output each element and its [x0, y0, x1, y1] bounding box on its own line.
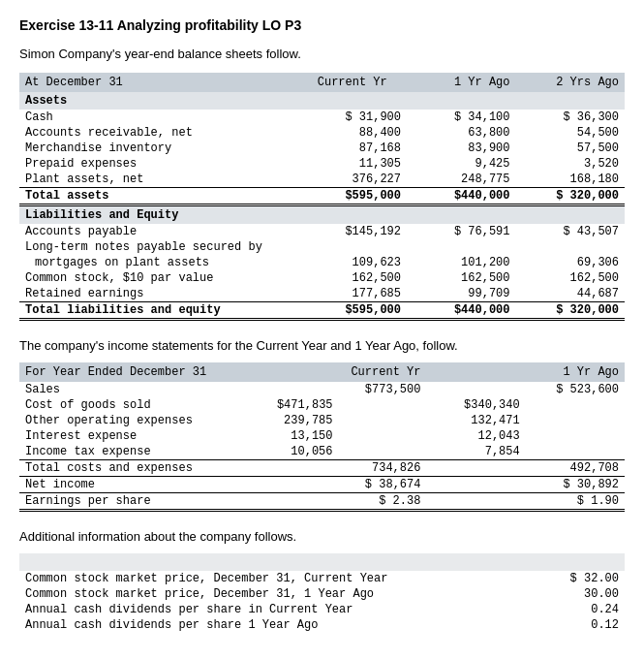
is-row-label: Earnings per share: [19, 493, 251, 511]
bs-row-cur: $ 31,900: [298, 110, 408, 125]
bs-row-label: Long-term notes payable secured by: [19, 239, 298, 255]
bs-row-1yr: 63,800: [407, 125, 516, 141]
bs-row-label: Cash: [19, 110, 298, 125]
bs-row-2yr: 57,500: [516, 141, 626, 156]
bs-row-cur: 87,168: [298, 141, 408, 156]
is-row-label: Income tax expense: [19, 444, 251, 460]
bs-row-1yr: [407, 239, 516, 255]
bs-col-label: At December 31: [19, 73, 298, 92]
bs-row-label: Common stock, $10 par value: [19, 270, 298, 286]
ai-row-label: Common stock market price, December 31, …: [19, 571, 501, 586]
is-row-indent-1yr: [426, 477, 525, 493]
bs-row-label: Total liabilities and equity: [19, 302, 298, 320]
ai-row-label: Common stock market price, December 31, …: [19, 586, 501, 602]
bs-row-label: Prepaid expenses: [19, 156, 298, 172]
bs-row-2yr: $ 320,000: [516, 302, 626, 320]
is-row-cur: [339, 444, 427, 460]
bs-col-1yr-header: 1 Yr Ago: [407, 73, 516, 92]
bs-row-label: Retained earnings: [19, 286, 298, 302]
bs-row-1yr: 9,425: [407, 156, 516, 172]
bs-row-2yr: 3,520: [516, 156, 626, 172]
is-row-1yr: $ 1.90: [526, 493, 625, 511]
bs-row-1yr: $440,000: [407, 188, 516, 205]
bs-col-cur-header: Current Yr: [298, 73, 408, 92]
bs-section-header: Assets: [19, 92, 625, 110]
bs-row-label: Accounts payable: [19, 224, 298, 239]
ai-row-value: 0.12: [501, 617, 625, 633]
is-row-indent-cur: [251, 460, 339, 477]
bs-row-label: Accounts receivable, net: [19, 125, 298, 141]
is-row-indent-cur: [251, 477, 339, 493]
is-row-indent-cur: $471,835: [251, 397, 339, 413]
bs-row-label: mortgages on plant assets: [19, 255, 298, 270]
bs-row-2yr: 168,180: [516, 172, 626, 188]
income-note: The company's income statements for the …: [19, 338, 625, 353]
is-col-label: For Year Ended December 31: [19, 362, 251, 382]
is-row-indent-1yr: [426, 460, 525, 477]
bs-row-cur: 11,305: [298, 156, 408, 172]
bs-row-2yr: $ 43,507: [516, 224, 626, 239]
ai-row-value: $ 32.00: [501, 571, 625, 586]
is-row-1yr: [526, 428, 625, 444]
is-col-1yr: 1 Yr Ago: [526, 362, 625, 382]
bs-row-cur: $145,192: [298, 224, 408, 239]
intro-text: Simon Company's year-end balance sheets …: [19, 47, 625, 61]
is-row-indent-cur: 10,056: [251, 444, 339, 460]
ai-row-value: 0.24: [501, 602, 625, 617]
income-statement-table: For Year Ended December 31 Current Yr 1 …: [19, 362, 625, 512]
is-row-indent-1yr: 12,043: [426, 428, 525, 444]
bs-row-2yr: 162,500: [516, 270, 626, 286]
is-row-indent-cur: [251, 382, 339, 397]
is-col-1yr-indent: [426, 362, 525, 382]
bs-row-label: Plant assets, net: [19, 172, 298, 188]
is-row-label: Other operating expenses: [19, 413, 251, 428]
is-row-indent-cur: [251, 493, 339, 511]
is-row-indent-1yr: 7,854: [426, 444, 525, 460]
bs-row-1yr: $440,000: [407, 302, 516, 320]
bs-row-1yr: 101,200: [407, 255, 516, 270]
is-row-label: Sales: [19, 382, 251, 397]
is-row-indent-1yr: 132,471: [426, 413, 525, 428]
bs-col-2yr-header: 2 Yrs Ago: [516, 73, 626, 92]
bs-row-label: Total assets: [19, 188, 298, 205]
bs-row-2yr: 44,687: [516, 286, 626, 302]
bs-row-cur: $595,000: [298, 188, 408, 205]
bs-row-cur: 162,500: [298, 270, 408, 286]
bs-row-cur: 109,623: [298, 255, 408, 270]
is-row-label: Net income: [19, 477, 251, 493]
bs-row-cur: 376,227: [298, 172, 408, 188]
bs-row-2yr: 69,306: [516, 255, 626, 270]
bs-row-1yr: $ 34,100: [407, 110, 516, 125]
bs-row-cur: 177,685: [298, 286, 408, 302]
ai-row-label: Annual cash dividends per share in Curre…: [19, 602, 501, 617]
is-row-indent-cur: 13,150: [251, 428, 339, 444]
bs-row-2yr: $ 320,000: [516, 188, 626, 205]
bs-row-label: Merchandise inventory: [19, 141, 298, 156]
is-row-1yr: [526, 397, 625, 413]
is-row-indent-cur: 239,785: [251, 413, 339, 428]
bs-row-1yr: 99,709: [407, 286, 516, 302]
is-col-cur-indent: [251, 362, 339, 382]
ai-header: [19, 553, 625, 571]
ai-row-value: 30.00: [501, 586, 625, 602]
is-row-cur: $773,500: [339, 382, 427, 397]
is-row-1yr: [526, 413, 625, 428]
is-row-label: Total costs and expenses: [19, 460, 251, 477]
is-row-1yr: 492,708: [526, 460, 625, 477]
is-row-1yr: [526, 444, 625, 460]
is-row-label: Cost of goods sold: [19, 397, 251, 413]
is-row-1yr: $ 523,600: [526, 382, 625, 397]
is-row-1yr: $ 30,892: [526, 477, 625, 493]
page-title: Exercise 13-11 Analyzing profitability L…: [19, 17, 625, 33]
is-row-cur: $ 2.38: [339, 493, 427, 511]
is-row-cur: [339, 413, 427, 428]
bs-row-2yr: 54,500: [516, 125, 626, 141]
bs-row-cur: [298, 239, 408, 255]
bs-row-1yr: 162,500: [407, 270, 516, 286]
is-row-cur: $ 38,674: [339, 477, 427, 493]
bs-row-1yr: $ 76,591: [407, 224, 516, 239]
additional-info-table: Common stock market price, December 31, …: [19, 553, 625, 633]
bs-row-2yr: $ 36,300: [516, 110, 626, 125]
is-row-indent-1yr: [426, 382, 525, 397]
is-row-cur: 734,826: [339, 460, 427, 477]
